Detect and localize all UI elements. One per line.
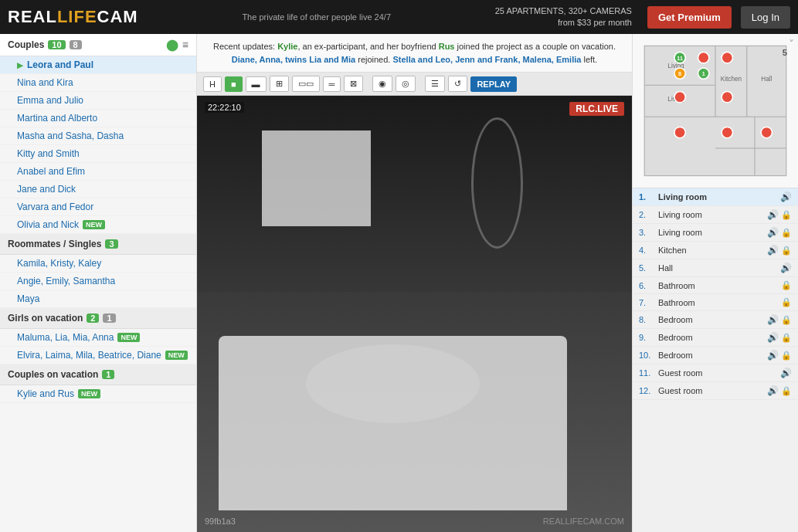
- toolbar-btn-info[interactable]: ☰: [425, 76, 445, 92]
- camera-item-10[interactable]: 10. Bedroom 🔊 🔒: [633, 347, 798, 364]
- section-icon-menu[interactable]: ≡: [182, 39, 188, 51]
- new-badge: NEW: [83, 220, 105, 229]
- login-button[interactable]: Log In: [741, 6, 790, 29]
- svg-point-19: [722, 92, 732, 103]
- toolbar-btn-grid4[interactable]: ⊞: [270, 76, 289, 92]
- video-id: 99fb1a3: [205, 517, 236, 526]
- floorplan[interactable]: Living Kitchen Hall Living 5 11 1: [633, 34, 798, 188]
- room-clock: [471, 117, 524, 249]
- sidebar-item-martina-alberto[interactable]: Martina and Alberto: [0, 110, 196, 127]
- sidebar-item-kylie-rus[interactable]: Kylie and Rus NEW: [0, 385, 196, 403]
- room-tv: [262, 130, 371, 226]
- svg-point-18: [674, 92, 685, 103]
- sidebar-item-label: Maya: [17, 293, 39, 304]
- toolbar-btn-eye2[interactable]: ◎: [396, 76, 416, 92]
- notif-names3: Diane, Anna, twins Lia and Mia: [232, 55, 355, 64]
- sound-icon: 🔊: [767, 245, 779, 256]
- sidebar-item-label: Masha and Sasha, Dasha: [17, 130, 124, 141]
- sidebar-item-nina-kira[interactable]: Nina and Kira: [0, 74, 196, 92]
- video-container[interactable]: 22:22:10 RLC.LIVE 99fb1a3 REALLIFECAM.CO…: [197, 96, 632, 532]
- sidebar-item-label: Kitty and Smith: [17, 148, 80, 159]
- cam-num: 5.: [639, 263, 654, 273]
- sidebar-item-label: Kamila, Kristy, Kaley: [17, 258, 101, 269]
- toolbar-btn-replay[interactable]: REPLAY: [470, 76, 517, 92]
- camera-item-4[interactable]: 4. Kitchen 🔊 🔒: [633, 242, 798, 259]
- logo-real: REAL: [8, 7, 57, 26]
- camera-item-7[interactable]: 7. Bathroom 🔒: [633, 294, 798, 311]
- right-panel: Living Kitchen Hall Living 5 11 1: [632, 34, 798, 532]
- sound-icon: 🔊: [767, 332, 779, 343]
- cam-icons: 🔊 🔒: [767, 314, 792, 325]
- sidebar-item-label: Leora and Paul: [27, 59, 93, 70]
- sound-icon: 🔊: [780, 368, 792, 378]
- stats-line1: 25 APARTMENTS, 320+ CAMERAS: [495, 5, 632, 17]
- cam-name: Bathroom: [658, 298, 777, 307]
- video-watermark: REALLIFECAM.COM: [543, 517, 624, 526]
- camera-item-5[interactable]: 5. Hall 🔊: [633, 259, 798, 277]
- cam-num: 3.: [639, 228, 654, 237]
- sidebar-item-varvara-fedor[interactable]: Varvara and Fedor: [0, 198, 196, 216]
- sidebar-item-label: Olivia and Nick: [17, 219, 79, 230]
- svg-text:11: 11: [677, 56, 683, 62]
- cam-icons: 🔒: [781, 297, 792, 307]
- sidebar-item-anabel-efim[interactable]: Anabel and Efim: [0, 163, 196, 181]
- sidebar-item-angie[interactable]: Angie, Emily, Samantha: [0, 273, 196, 290]
- cam-num: 2.: [639, 210, 654, 219]
- lock-icon: 🔒: [781, 246, 792, 256]
- sidebar-item-label: Varvara and Fedor: [17, 202, 93, 212]
- svg-point-21: [722, 127, 732, 137]
- sidebar-item-olivia-nick[interactable]: Olivia and Nick NEW: [0, 216, 196, 234]
- sidebar-item-elvira[interactable]: Elvira, Laima, Mila, Beatrice, Diane NEW: [0, 347, 196, 364]
- cam-icons: 🔒: [781, 280, 792, 290]
- camera-item-3[interactable]: 3. Living room 🔊 🔒: [633, 224, 798, 242]
- toolbar-btn-rec[interactable]: ■: [225, 76, 243, 92]
- get-premium-button[interactable]: Get Premium: [647, 6, 732, 29]
- tagline: The private life of other people live 24…: [148, 12, 486, 22]
- cam-icons: 🔊 🔒: [767, 350, 792, 361]
- sound-icon: 🔊: [780, 263, 792, 273]
- toolbar-btn-split2[interactable]: ▭▭: [292, 76, 320, 92]
- sidebar-item-kitty-smith[interactable]: Kitty and Smith: [0, 145, 196, 163]
- notif-name2: Rus: [439, 42, 455, 51]
- sidebar-item-emma-julio[interactable]: Emma and Julio: [0, 92, 196, 110]
- camera-item-12[interactable]: 12. Guest room 🔊 🔒: [633, 382, 798, 400]
- floorplan-chevron[interactable]: ˅: [789, 38, 794, 50]
- section-icon-green[interactable]: ⬤: [166, 39, 178, 51]
- cam-icons: 🔊 🔒: [767, 332, 792, 343]
- camera-item-6[interactable]: 6. Bathroom 🔒: [633, 277, 798, 294]
- sound-icon: 🔊: [767, 314, 779, 325]
- toolbar-btn-eye[interactable]: ◉: [372, 76, 392, 92]
- sidebar-item-maya[interactable]: Maya: [0, 290, 196, 308]
- camera-item-1[interactable]: 1. Living room 🔊: [633, 188, 798, 206]
- sidebar-item-maluma[interactable]: Maluma, Lia, Mia, Anna NEW: [0, 329, 196, 347]
- svg-text:1: 1: [702, 71, 705, 77]
- roommates-badge: 3: [105, 239, 117, 249]
- toolbar-btn-grid-alt[interactable]: ⊠: [344, 76, 363, 92]
- main-layout: Couples 10 8 ⬤ ≡ ▶ Leora and Paul Nina a…: [0, 34, 798, 532]
- toolbar-btn-wide2[interactable]: ═: [323, 76, 341, 92]
- sidebar-item-leora-paul[interactable]: ▶ Leora and Paul: [0, 56, 196, 74]
- sidebar-item-label: Anabel and Efim: [17, 166, 85, 177]
- room-sofa: [219, 336, 566, 510]
- notification-bar: Recent updates: Kylie, an ex-participant…: [197, 34, 632, 73]
- sidebar-item-kamila[interactable]: Kamila, Kristy, Kaley: [0, 255, 196, 273]
- sidebar-item-jane-dick[interactable]: Jane and Dick: [0, 181, 196, 198]
- girls-vac-badge-gray: 1: [103, 313, 115, 323]
- lock-icon: 🔒: [781, 280, 792, 290]
- svg-point-17: [722, 53, 732, 63]
- camera-item-8[interactable]: 8. Bedroom 🔊 🔒: [633, 311, 798, 329]
- camera-item-9[interactable]: 9. Bedroom 🔊 🔒: [633, 329, 798, 347]
- sidebar-item-masha[interactable]: Masha and Sasha, Dasha: [0, 127, 196, 145]
- lock-icon: 🔒: [781, 315, 792, 325]
- toolbar-btn-wide[interactable]: ▬: [246, 76, 267, 92]
- camera-item-11[interactable]: 11. Guest room 🔊: [633, 364, 798, 382]
- toolbar-btn-h[interactable]: H: [203, 76, 222, 92]
- toolbar-btn-refresh[interactable]: ↺: [448, 76, 467, 92]
- cam-name: Bathroom: [658, 281, 777, 290]
- sound-icon: 🔊: [767, 227, 779, 238]
- lock-icon: 🔒: [781, 333, 792, 343]
- camera-item-2[interactable]: 2. Living room 🔊 🔒: [633, 206, 798, 224]
- cam-num: 6.: [639, 281, 654, 290]
- center-panel: Recent updates: Kylie, an ex-participant…: [197, 34, 632, 532]
- notif-text3: joined the project as a couple on vacati…: [454, 42, 616, 51]
